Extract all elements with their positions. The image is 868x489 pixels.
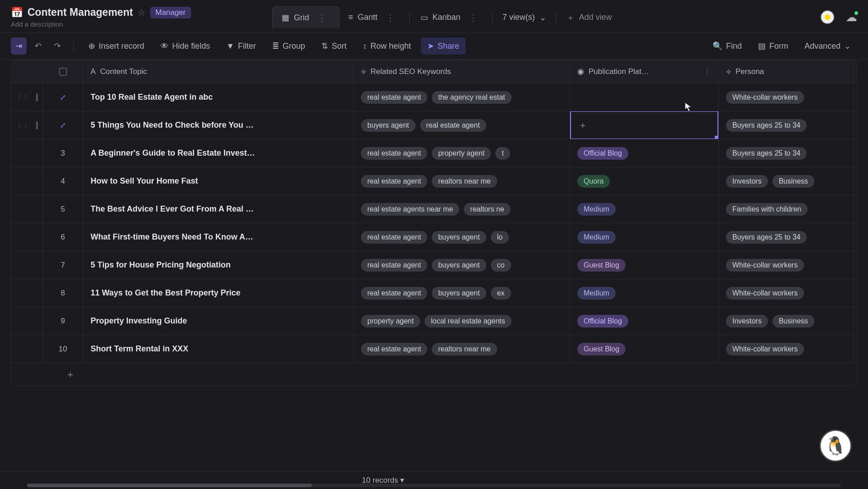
table-row[interactable]: 9Property Investing Guideproperty agentl…: [11, 307, 857, 335]
persona-tag[interactable]: Families with children: [726, 203, 808, 216]
platform-tag[interactable]: Official Blog: [577, 147, 628, 160]
persona-tag[interactable]: Buyers ages 25 to 34: [726, 231, 807, 244]
insert-record-button[interactable]: ⊕ Insert record: [82, 37, 151, 55]
keyword-tag[interactable]: local real estate agents: [425, 315, 512, 328]
persona-cell[interactable]: Buyers ages 25 to 34: [719, 111, 854, 139]
assistant-avatar[interactable]: 🐧: [819, 429, 852, 462]
publication-platform-cell[interactable]: [570, 83, 719, 111]
persona-tag[interactable]: White-collar workers: [726, 287, 804, 300]
table-row[interactable]: ⋮⋮⤢Top 10 Real Estate Agent in abcreal e…: [11, 83, 857, 111]
persona-tag[interactable]: Business: [772, 315, 814, 328]
drag-handle-icon[interactable]: ⋮⋮: [16, 122, 29, 129]
col-header-content-topic[interactable]: A Content Topic: [83, 60, 354, 83]
tab-grid-more-icon[interactable]: ⋮: [314, 12, 330, 23]
platform-tag[interactable]: Official Blog: [577, 315, 628, 328]
content-topic-cell[interactable]: 11 Ways to Get the Best Property Price: [83, 279, 354, 307]
keywords-cell[interactable]: real estate agents near merealtors ne: [354, 195, 570, 223]
horizontal-scrollbar[interactable]: [27, 484, 841, 487]
keywords-cell[interactable]: real estate agentrealtors near me: [354, 167, 570, 195]
table-row[interactable]: 5The Best Advice I Ever Got From A Real …: [11, 195, 857, 223]
expand-sidebar-icon[interactable]: ⇥: [11, 37, 27, 55]
content-topic-cell[interactable]: How to Sell Your Home Fast: [83, 167, 354, 195]
content-topic-cell[interactable]: A Beginner's Guide to Real Estate Invest…: [83, 139, 354, 167]
table-row[interactable]: 811 Ways to Get the Best Property Pricer…: [11, 279, 857, 307]
table-row[interactable]: ⋮⋮⤢5 Things You Need to Check before You…: [11, 111, 857, 139]
expand-row-icon[interactable]: ⤢: [60, 121, 66, 129]
persona-cell[interactable]: White-collar workers: [719, 83, 854, 111]
share-button[interactable]: ➤ Share: [421, 37, 466, 55]
redo-icon[interactable]: ↷: [50, 37, 65, 55]
advanced-dropdown[interactable]: Advanced ⌄: [798, 37, 857, 55]
keywords-cell[interactable]: real estate agentbuyers agentco: [354, 251, 570, 279]
editing-cell[interactable]: ＋: [570, 111, 718, 139]
col-more-icon[interactable]: ⋮: [704, 67, 711, 76]
add-row-button[interactable]: ＋: [65, 368, 75, 381]
table-row[interactable]: 75 Tips for House Pricing Negotiationrea…: [11, 251, 857, 279]
keyword-tag[interactable]: buyers agent: [432, 231, 486, 244]
keywords-cell[interactable]: real estate agentproperty agentt: [354, 139, 570, 167]
publication-platform-cell[interactable]: Guest Blog: [570, 251, 719, 279]
keyword-tag[interactable]: real estate agent: [361, 287, 427, 300]
content-topic-cell[interactable]: 5 Tips for House Pricing Negotiation: [83, 251, 354, 279]
keyword-tag[interactable]: the agency real estat: [432, 91, 512, 104]
tab-kanban[interactable]: ▭ Kanban ⋮: [411, 7, 490, 28]
publication-platform-cell[interactable]: ＋: [570, 111, 719, 139]
views-count-dropdown[interactable]: 7 view(s) ⌄: [494, 7, 554, 28]
keyword-tag[interactable]: buyers agent: [432, 287, 486, 300]
table-row[interactable]: 3A Beginner's Guide to Real Estate Inves…: [11, 139, 857, 167]
tab-grid[interactable]: ▦ Grid ⋮: [272, 6, 339, 28]
keywords-cell[interactable]: buyers agentreal estate agent: [354, 111, 570, 139]
col-header-persona[interactable]: ⟡ Persona: [719, 60, 854, 83]
keyword-tag[interactable]: real estate agent: [420, 119, 486, 132]
keywords-cell[interactable]: real estate agentbuyers agentex: [354, 279, 570, 307]
drag-handle-icon[interactable]: ⋮⋮: [16, 94, 29, 101]
table-row[interactable]: 4How to Sell Your Home Fastreal estate a…: [11, 167, 857, 195]
platform-tag[interactable]: Guest Blog: [577, 343, 626, 355]
publication-platform-cell[interactable]: Official Blog: [570, 139, 719, 167]
keywords-cell[interactable]: real estate agentbuyers agentlo: [354, 223, 570, 251]
row-checkbox[interactable]: [36, 93, 38, 101]
platform-tag[interactable]: Medium: [577, 231, 616, 244]
resize-handle[interactable]: [715, 136, 719, 139]
keyword-tag[interactable]: realtors near me: [432, 343, 497, 355]
tab-gantt-more-icon[interactable]: ⋮: [382, 12, 398, 23]
platform-tag[interactable]: Medium: [577, 287, 616, 300]
publication-platform-cell[interactable]: Medium: [570, 223, 719, 251]
persona-cell[interactable]: White-collar workers: [719, 251, 854, 279]
col-header-publication-platform[interactable]: ◉ Publication Plat… ⋮: [570, 60, 719, 83]
group-button[interactable]: ≣ Group: [266, 37, 311, 55]
publication-platform-cell[interactable]: Medium: [570, 279, 719, 307]
keywords-cell[interactable]: real estate agentthe agency real estat: [354, 83, 570, 111]
add-option-icon[interactable]: ＋: [578, 119, 587, 131]
records-count[interactable]: 10 records ▾: [362, 475, 404, 485]
row-checkbox[interactable]: [36, 121, 38, 129]
keywords-cell[interactable]: property agentlocal real estate agents: [354, 307, 570, 335]
keyword-tag[interactable]: realtors ne: [464, 203, 511, 216]
undo-icon[interactable]: ↶: [30, 37, 46, 55]
add-view-button[interactable]: ＋ Add view: [558, 7, 620, 28]
persona-cell[interactable]: InvestorsBusiness: [719, 167, 854, 195]
persona-cell[interactable]: Buyers ages 25 to 34: [719, 223, 854, 251]
col-header-keywords[interactable]: ⟡ Related SEO Keywords: [354, 60, 570, 83]
keyword-tag[interactable]: co: [491, 259, 511, 272]
tab-gantt[interactable]: ≡ Gantt ⋮: [339, 7, 407, 28]
description-placeholder[interactable]: Add a description: [11, 20, 191, 28]
tab-kanban-more-icon[interactable]: ⋮: [465, 12, 481, 23]
content-topic-cell[interactable]: Property Investing Guide: [83, 307, 354, 335]
persona-tag[interactable]: Buyers ages 25 to 34: [726, 119, 807, 132]
content-topic-cell[interactable]: 5 Things You Need to Check before You …: [83, 111, 354, 139]
keyword-tag[interactable]: real estate agent: [361, 343, 427, 355]
persona-tag[interactable]: Investors: [726, 315, 768, 328]
form-button[interactable]: ▤ Form: [752, 37, 795, 55]
platform-tag[interactable]: Guest Blog: [577, 259, 626, 272]
persona-cell[interactable]: White-collar workers: [719, 335, 854, 363]
select-all-checkbox[interactable]: [59, 68, 67, 76]
row-height-button[interactable]: ↕ Row height: [356, 38, 417, 55]
keyword-tag[interactable]: real estate agents near me: [361, 203, 459, 216]
content-topic-cell[interactable]: Top 10 Real Estate Agent in abc: [83, 83, 354, 111]
cloud-sync-icon[interactable]: ☁: [845, 10, 857, 24]
table-row[interactable]: 6What First-time Buyers Need To Know A…r…: [11, 223, 857, 251]
scrollbar-thumb[interactable]: [27, 484, 312, 487]
persona-cell[interactable]: InvestorsBusiness: [719, 307, 854, 335]
sort-button[interactable]: ⇅ Sort: [315, 37, 353, 55]
